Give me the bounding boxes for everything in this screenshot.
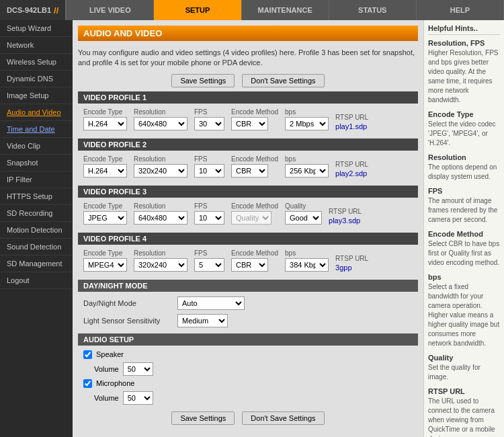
sidebar-item-time-date[interactable]: Time and Date <box>0 121 73 138</box>
p3-resolution-select[interactable]: 640x480320x240 <box>134 211 187 225</box>
save-buttons-bottom: Save Settings Don't Save Settings <box>78 411 418 425</box>
dont-save-settings-bottom[interactable]: Don't Save Settings <box>242 411 324 425</box>
save-settings-top[interactable]: Save Settings <box>171 74 235 87</box>
sidebar-item-setup-wizard[interactable]: Setup Wizard <box>0 20 73 37</box>
p2-fps-group: FPS 1030155 <box>194 155 224 177</box>
p1-encode-type-group: Encode Type H.264MPEG4JPEG <box>83 108 127 130</box>
sidebar-item-audio-video[interactable]: Audio and Video <box>0 104 73 121</box>
p4-rtsp-val: 3gpp <box>335 264 368 272</box>
p3-resolution-label: Resolution <box>134 202 187 210</box>
sidebar-item-wireless-setup[interactable]: Wireless Setup <box>0 54 73 71</box>
speaker-volume-select[interactable]: 502575100 <box>123 362 153 376</box>
light-sensor-select[interactable]: MediumLowHigh <box>177 314 228 327</box>
speaker-volume-row: Volume 502575100 <box>78 361 418 377</box>
p4-fps-group: FPS 5101530 <box>194 249 224 272</box>
p4-encode-method-label: Encode Method <box>231 249 278 257</box>
p1-resolution-label: Resolution <box>134 108 187 116</box>
mic-volume-select[interactable]: 502575100 <box>123 391 153 405</box>
sidebar-item-motion-detection[interactable]: Motion Detection <box>0 222 73 239</box>
p2-encode-method-group: Encode Method CBRVBR <box>231 155 278 177</box>
speaker-checkbox[interactable] <box>83 350 92 359</box>
p2-bps-label: bps <box>285 155 329 163</box>
p3-rtsp-val: play3.sdp <box>329 216 362 225</box>
p3-encode-method-select[interactable]: Quality <box>231 211 271 225</box>
p4-bps-label: bps <box>285 249 329 257</box>
p1-rtsp-val: play1.sdp <box>335 122 368 130</box>
p3-fps-select[interactable]: 1030155 <box>194 211 224 225</box>
tab-live-video[interactable]: LIVE VIDEO <box>67 0 154 20</box>
help-section-bps-title: bps <box>428 273 500 281</box>
p2-encode-method-label: Encode Method <box>231 155 278 163</box>
profile1-fields: Encode Type H.264MPEG4JPEG Resolution 64… <box>78 106 418 134</box>
help-section-encode-type: Encode Type Select the video codec 'JPEG… <box>428 110 500 148</box>
help-section-resolution: Resolution, FPS Higher Resolution, FPS a… <box>428 39 500 105</box>
p4-rtsp-group: RTSP URL 3gpp <box>335 255 368 272</box>
p1-resolution-select[interactable]: 640x480320x2401280x720 <box>134 117 187 130</box>
light-sensor-row: Light Sensor Sensitivity MediumLowHigh <box>78 312 418 329</box>
p1-encode-type-select[interactable]: H.264MPEG4JPEG <box>83 117 127 130</box>
microphone-checkbox[interactable] <box>83 379 92 388</box>
p1-resolution-group: Resolution 640x480320x2401280x720 <box>134 108 187 130</box>
p1-rtsp-label: RTSP URL <box>335 114 368 121</box>
help-section-resolution-title: Resolution, FPS <box>428 39 500 47</box>
p2-rtsp-val: play2.sdp <box>335 169 368 177</box>
profile1-header: VIDEO PROFILE 1 <box>78 91 418 104</box>
sidebar-item-image-setup[interactable]: Image Setup <box>0 87 73 104</box>
help-section-encode-method: Encode Method Select CBR to have bps fir… <box>428 230 500 268</box>
p2-fps-select[interactable]: 1030155 <box>194 164 224 177</box>
p2-bps-select[interactable]: 256 Kbps512 Kbps1 Mbps <box>285 164 329 177</box>
p4-resolution-select[interactable]: 320x240640x480 <box>134 258 187 272</box>
p2-encode-type-select[interactable]: H.264MPEG4JPEG <box>83 164 127 177</box>
p1-encode-method-select[interactable]: CBRVBR <box>231 117 268 130</box>
p1-bps-select[interactable]: 2 Mbps1 Mbps512 Kbps256 Kbps <box>285 117 329 130</box>
p1-fps-label: FPS <box>194 108 224 116</box>
sidebar-item-ip-filter[interactable]: IP Filter <box>0 171 73 188</box>
save-settings-bottom[interactable]: Save Settings <box>171 411 235 425</box>
p2-resolution-select[interactable]: 320x240640x480 <box>134 164 187 177</box>
tab-maintenance[interactable]: MAINTENANCE <box>242 0 329 20</box>
daynight-mode-label: Day/Night Mode <box>83 299 177 307</box>
p3-encode-type-select[interactable]: JPEGH.264MPEG4 <box>83 211 127 225</box>
p4-encode-method-select[interactable]: CBRVBR <box>231 258 268 272</box>
p4-encode-type-select[interactable]: MPEG4H.264JPEG <box>83 258 127 272</box>
p4-rtsp-label: RTSP URL <box>335 255 368 262</box>
sidebar-item-video-clip[interactable]: Video Clip <box>0 138 73 155</box>
help-section-encode-method-title: Encode Method <box>428 230 500 238</box>
daynight-mode-select[interactable]: AutoDayNight <box>177 296 245 310</box>
p3-fps-label: FPS <box>194 202 224 210</box>
sidebar-item-snapshot[interactable]: Snapshot <box>0 155 73 171</box>
sidebar-item-logout[interactable]: Logout <box>0 272 73 289</box>
tab-setup[interactable]: SETUP <box>154 0 241 20</box>
sidebar-item-network[interactable]: Network <box>0 37 73 54</box>
sidebar-item-sd-recording[interactable]: SD Recording <box>0 205 73 222</box>
dont-save-settings-top[interactable]: Don't Save Settings <box>242 74 324 87</box>
p4-resolution-label: Resolution <box>134 249 187 257</box>
sidebar-item-sd-management[interactable]: SD Management <box>0 255 73 272</box>
section-title: AUDIO AND VIDEO <box>78 26 418 41</box>
p1-bps-label: bps <box>285 108 329 116</box>
mic-volume-label: Volume <box>94 394 119 402</box>
tab-status[interactable]: STATUS <box>329 0 417 20</box>
nav-tabs: LIVE VIDEO SETUP MAINTENANCE STATUS HELP <box>67 0 504 20</box>
speaker-row: Speaker <box>78 348 418 361</box>
microphone-row: Microphone <box>78 377 418 390</box>
help-section-resolution2: Resolution The options depend on display… <box>428 153 500 182</box>
sidebar-item-https-setup[interactable]: HTTPS Setup <box>0 188 73 205</box>
help-section-bps-text: Select a fixed bandwidth for your camera… <box>428 282 500 348</box>
p3-quality-select[interactable]: GoodBetterBest <box>285 211 322 225</box>
tab-help[interactable]: HELP <box>417 0 504 20</box>
p2-encode-method-select[interactable]: CBRVBR <box>231 164 268 177</box>
mic-volume-row: Volume 502575100 <box>78 390 418 406</box>
p1-fps-group: FPS 3015105 <box>194 108 224 130</box>
help-section-resolution-text: Higher Resolution, FPS and bps gives bet… <box>428 48 500 105</box>
p1-fps-select[interactable]: 3015105 <box>194 117 224 130</box>
save-buttons-top: Save Settings Don't Save Settings <box>78 74 418 87</box>
help-section-fps-title: FPS <box>428 187 500 195</box>
p4-bps-select[interactable]: 384 Kbps256 Kbps512 Kbps <box>285 258 329 272</box>
sidebar-item-dynamic-dns[interactable]: Dynamic DNS <box>0 71 73 87</box>
p2-fps-label: FPS <box>194 155 224 163</box>
p4-fps-select[interactable]: 5101530 <box>194 258 224 272</box>
profile3-header: VIDEO PROFILE 3 <box>78 186 418 198</box>
p2-rtsp-group: RTSP URL play2.sdp <box>335 161 368 177</box>
sidebar-item-sound-detection[interactable]: Sound Detection <box>0 239 73 255</box>
